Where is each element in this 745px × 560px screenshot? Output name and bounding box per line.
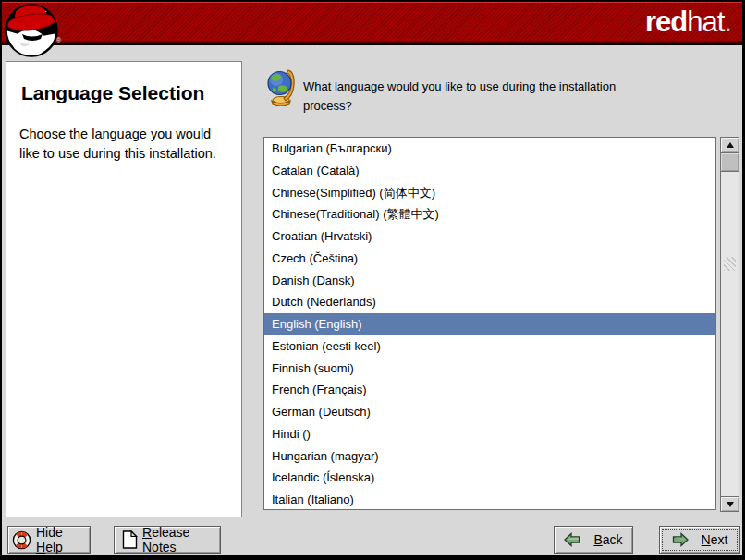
question-row: What language would you like to use duri… [266,67,296,110]
button-label: Hide Help [36,525,86,554]
document-icon [122,530,138,549]
brand-period: . [724,6,731,38]
scrollbar-grip-marks [724,257,736,271]
language-list-item[interactable]: Bulgarian (Български) [264,138,715,160]
back-button[interactable]: Back [554,526,633,554]
scroll-down-icon [727,502,734,507]
language-list-scrollbar[interactable] [720,137,739,512]
life-ring-icon [12,530,31,550]
redhat-shadowman-logo-icon [4,3,59,62]
language-list-item[interactable]: Chinese(Simplified) (简体中文) [264,182,715,204]
language-list-item[interactable]: Estonian (eesti keel) [264,335,715,358]
registered-trademark: ® [56,37,61,43]
language-list-item[interactable]: Chinese(Traditional) (繁體中文) [264,203,715,225]
scroll-down-button[interactable] [720,496,739,512]
language-list-item[interactable]: Dutch (Nederlands) [264,291,715,313]
language-list-item[interactable]: Icelandic (Íslenska) [264,467,715,489]
help-panel: Language Selection Choose the language y… [6,61,242,517]
language-list-item[interactable]: German (Deutsch) [264,401,715,423]
scrollbar-thumb[interactable] [720,152,739,172]
help-text: Choose the language you would like to us… [19,125,232,163]
language-list-item[interactable]: Hindi () [264,423,715,445]
hide-help-button[interactable]: Hide Help [7,526,91,554]
installer-window: redhat. ® Language Selection Choose the … [0,0,745,560]
language-list-item[interactable]: French (Français) [264,379,715,401]
header-band: redhat. [2,2,742,45]
globe-icon [266,67,296,106]
scroll-up-button[interactable] [720,137,739,152]
language-list-item[interactable]: Finnish (suomi) [264,358,715,380]
scrollbar-trough[interactable] [721,172,739,496]
release-notes-button[interactable]: Release Notes [114,526,221,554]
button-label: Release Notes [142,525,213,554]
language-list-item[interactable]: Hungarian (magyar) [264,445,715,468]
scroll-up-icon [727,142,734,148]
brand-bold: red [645,6,687,38]
language-list-item[interactable]: Czech (Čeština) [264,248,715,270]
brand-light: hat [687,6,724,38]
language-list-item[interactable]: English (English) [264,313,715,335]
language-list-item[interactable]: Danish (Dansk) [264,270,715,292]
next-button[interactable]: Next [659,526,740,554]
language-list-item[interactable]: Catalan (Català) [264,160,715,182]
arrow-right-icon [672,532,689,547]
page-title: Language Selection [21,82,226,104]
arrow-left-icon [564,532,580,547]
button-label: Next [702,532,728,547]
language-list: Bulgarian (Български)Catalan (Català)Chi… [263,137,716,510]
language-list-item[interactable]: Croatian (Hrvatski) [264,225,715,248]
question-text: What language would you like to use duri… [303,78,643,116]
redhat-wordmark: redhat. [645,2,731,45]
language-list-item[interactable]: Italian (Italiano) [264,489,715,510]
button-label: Back [593,532,622,547]
